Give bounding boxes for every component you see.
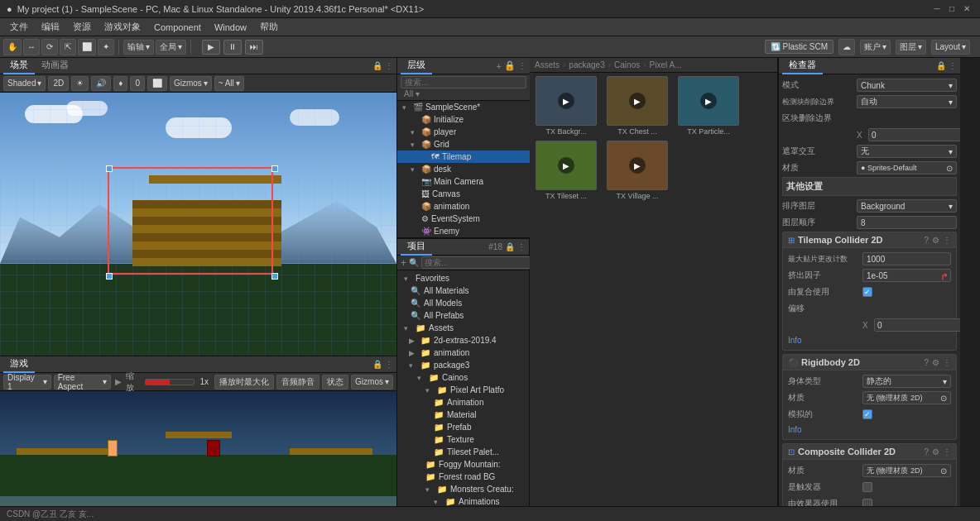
project-assets[interactable]: ▾ 📁 Assets <box>399 322 527 334</box>
aspect-dropdown[interactable]: Free Aspect ▾ <box>54 375 112 390</box>
project-favorites[interactable]: ▾ Favorites <box>399 272 527 284</box>
more-icon[interactable]: ⋮ <box>385 360 393 369</box>
maximize-button[interactable]: 播放时最大化 <box>214 375 274 390</box>
menu-component[interactable]: Component <box>147 21 208 34</box>
project-texture-folder[interactable]: 📁 Texture <box>399 433 527 446</box>
more-icon[interactable]: ⋮ <box>949 61 957 70</box>
tool-scale[interactable]: ⇱ <box>60 39 76 55</box>
project-tileset-folder[interactable]: 📁 Tileset Palet... <box>399 446 527 458</box>
hierarchy-item-grid[interactable]: ▾ 📦 Grid <box>397 138 530 151</box>
breadcrumb-package3[interactable]: package3 <box>569 60 604 69</box>
light-button[interactable]: ☀ <box>71 76 89 91</box>
tilemap-collider-header[interactable]: ⊞ Tilemap Collider 2D ? ⚙ ⋮ <box>783 232 956 248</box>
fx-button[interactable]: ♦ <box>113 76 127 91</box>
breadcrumb-cainos[interactable]: Cainos <box>614 60 640 69</box>
tab-game[interactable]: 游戏 <box>3 356 35 373</box>
tab-animator[interactable]: 动画器 <box>35 58 75 74</box>
project-material-folder[interactable]: 📁 Material <box>399 409 527 421</box>
maximize-button[interactable]: □ <box>945 2 958 16</box>
thumb-item-3[interactable]: ▶ TX Particle... <box>675 76 742 136</box>
project-pixel-art[interactable]: ▾ 📁 Pixel Art Platfo <box>399 384 527 396</box>
handle-tl[interactable] <box>106 165 113 172</box>
more-icon[interactable]: ⋮ <box>943 447 951 456</box>
project-forest-road[interactable]: 📁 Forest road BG <box>399 471 527 483</box>
add-button[interactable]: + <box>401 257 406 269</box>
2d-button[interactable]: 2D <box>48 76 69 91</box>
material-dropdown[interactable]: ● Sprites-Default ⊙ <box>857 161 957 174</box>
hierarchy-item-desk[interactable]: ▾ 📦 desk <box>397 163 530 175</box>
menu-edit[interactable]: 编辑 <box>35 19 66 35</box>
zoom-slider[interactable] <box>145 379 194 385</box>
play-button[interactable]: ▶ <box>202 40 220 55</box>
menu-help[interactable]: 帮助 <box>253 19 285 35</box>
settings-icon[interactable]: ⚙ <box>932 447 939 456</box>
tool-rect[interactable]: ⬜ <box>78 39 96 55</box>
question-icon[interactable]: ? <box>924 358 929 367</box>
collider-info-label[interactable]: Info <box>788 334 951 347</box>
add-icon[interactable]: + <box>497 61 502 71</box>
x-input[interactable] <box>868 128 960 141</box>
rb-material-val[interactable]: 无 (物理材质 2D) ⊙ <box>862 391 951 404</box>
composite-header[interactable]: ⊡ Composite Collider 2D ? ⚙ ⋮ <box>783 444 956 460</box>
hierarchy-item-maincam[interactable]: 📷 Main Camera <box>397 175 530 188</box>
tool-transform[interactable]: ✦ <box>98 39 114 55</box>
thumb-item-2[interactable]: ▶ TX Chest ... <box>604 76 670 136</box>
scene-canvas[interactable] <box>0 93 396 356</box>
thumb-item-5[interactable]: ▶ TX Village ... <box>604 141 670 200</box>
menu-assets[interactable]: 资源 <box>66 19 98 35</box>
all-dropdown[interactable]: ~ All ▾ <box>214 76 244 91</box>
question-icon[interactable]: ? <box>924 236 929 245</box>
display-dropdown[interactable]: Display 1 ▾ <box>3 375 51 390</box>
project-2dextras[interactable]: ▶ 📁 2d-extras-2019.4 <box>399 334 527 347</box>
mode-dropdown[interactable]: Chunk ▾ <box>857 79 957 92</box>
thumb-item-1[interactable]: ▶ TX Backgr... <box>533 76 599 136</box>
project-search-input[interactable] <box>421 256 533 269</box>
rb-info-label[interactable]: Info <box>788 423 951 436</box>
audio-button[interactable]: 🔊 <box>91 76 111 91</box>
lock-icon[interactable]: 🔒 <box>372 360 382 369</box>
minimize-button[interactable]: ─ <box>930 2 944 16</box>
shading-dropdown[interactable]: Shaded ▾ <box>3 76 46 91</box>
rect-button[interactable]: ⬜ <box>147 76 167 91</box>
hierarchy-item-animation[interactable]: 📦 animation <box>397 200 530 213</box>
close-button[interactable]: ✕ <box>960 2 973 16</box>
more-icon[interactable]: ⋮ <box>517 242 526 251</box>
detect-dropdown[interactable]: 自动 ▾ <box>857 95 957 108</box>
sort-layer-dropdown[interactable]: Background ▾ <box>857 199 957 213</box>
tab-inspector[interactable]: 检查器 <box>782 58 823 74</box>
more-icon[interactable]: ⋮ <box>943 236 951 245</box>
lock-icon[interactable]: 🔒 <box>372 61 382 70</box>
project-animation[interactable]: ▶ 📁 animation <box>399 347 527 359</box>
ox-input[interactable] <box>874 318 960 332</box>
project-all-models[interactable]: 🔍 All Models <box>399 297 527 309</box>
hierarchy-item-initialize[interactable]: 📦 Initialize <box>397 113 530 126</box>
hierarchy-item-canvas[interactable]: 🖼 Canvas <box>397 188 530 200</box>
project-foggy-mountain[interactable]: 📁 Foggy Mountain: <box>399 458 527 471</box>
lock-icon[interactable]: 🔒 <box>936 61 946 70</box>
menu-gameobject[interactable]: 游戏对象 <box>98 19 147 35</box>
project-anim-folder[interactable]: 📁 Animation <box>399 396 527 409</box>
comp-mat-val[interactable]: 无 (物理材质 2D) ⊙ <box>862 464 951 477</box>
input-axis-dropdown[interactable]: 输轴 ▾ <box>123 40 154 55</box>
project-cainos[interactable]: ▾ 📁 Cainos <box>399 371 527 384</box>
more-icon[interactable]: ⋮ <box>518 61 526 70</box>
composite-checkbox[interactable]: ✓ <box>862 287 872 297</box>
thumb-item-4[interactable]: ▶ TX Tileset ... <box>533 141 599 200</box>
menu-file[interactable]: 文件 <box>3 19 35 35</box>
stats-button[interactable]: 状态 <box>322 375 348 390</box>
tab-project[interactable]: 项目 <box>401 238 432 256</box>
project-all-prefabs[interactable]: 🔍 All Prefabs <box>399 309 527 322</box>
question-icon[interactable]: ? <box>924 447 929 456</box>
tool-rotate[interactable]: ⟳ <box>41 39 58 55</box>
handle-tr[interactable] <box>271 165 278 172</box>
more-icon[interactable]: ⋮ <box>385 61 393 70</box>
tab-scene[interactable]: 场景 <box>3 58 35 74</box>
project-prefab-folder[interactable]: 📁 Prefab <box>399 421 527 433</box>
menu-window[interactable]: Window <box>208 21 253 34</box>
breadcrumb-assets[interactable]: Assets <box>535 60 560 69</box>
account-dropdown[interactable]: 账户 ▾ <box>860 40 891 55</box>
handle-bl[interactable] <box>106 273 113 280</box>
pause-button[interactable]: ⏸ <box>223 40 242 55</box>
hierarchy-item-eventsystem[interactable]: ⚙ EventSystem <box>397 213 530 225</box>
settings-icon[interactable]: ⚙ <box>932 358 939 367</box>
